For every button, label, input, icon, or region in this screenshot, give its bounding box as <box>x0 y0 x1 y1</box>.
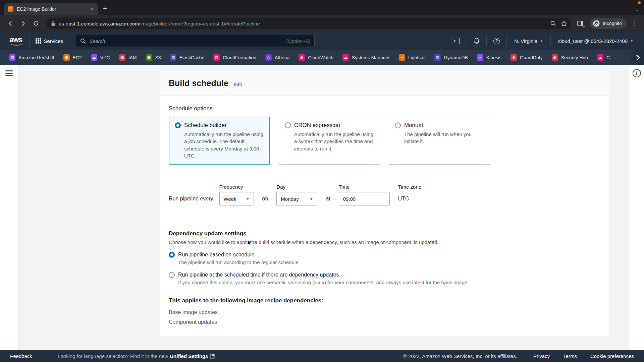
run-pipeline-every-label: Run pipeline every <box>169 192 213 205</box>
favorite-ec2[interactable]: ▣ EC2 <box>63 54 82 61</box>
language-text: Looking for language selection? Find it … <box>58 353 168 359</box>
card-cron-expression[interactable]: CRON expression Automatically run the pi… <box>279 117 380 165</box>
services-grid-icon <box>36 38 41 44</box>
option-description: The pipeline will run according to the r… <box>178 259 600 265</box>
page-title: Build schedule <box>169 78 228 88</box>
favorite-amazon-redshift[interactable]: ▥ Amazon Redshift <box>9 54 54 61</box>
option-run-on-schedule: Run pipeline based on schedule The pipel… <box>169 252 600 265</box>
side-panel-icon[interactable] <box>575 18 586 29</box>
time-input[interactable] <box>339 192 390 205</box>
schedule-options-label: Schedule options <box>169 105 600 112</box>
c-icon: ☁ <box>597 54 603 61</box>
console-search-input[interactable]: Search [Option+S] <box>76 35 315 47</box>
side-nav-collapsed <box>0 65 18 350</box>
tab-close-icon[interactable]: × <box>89 6 95 12</box>
day-value: Monday <box>281 196 299 202</box>
card-description: Automatically run the pipeline using a s… <box>294 131 374 152</box>
search-placeholder: Search <box>89 38 283 44</box>
favorite-dynamodb[interactable]: ▥ DynamoDB <box>434 54 468 61</box>
chevron-right-icon <box>636 55 640 61</box>
frequency-select[interactable]: Week ▼ <box>219 192 254 205</box>
favorites-bar: ▥ Amazon Redshift ▣ EC2 ☁ VPC ▤ IAM ▦ S3… <box>0 50 644 65</box>
url-domain: us-east-1.console.aws.amazon.com <box>59 21 139 26</box>
frequency-value: Week <box>224 196 236 202</box>
favorite-athena[interactable]: ◎ Athena <box>265 54 289 61</box>
radio-run-if-updates[interactable] <box>169 272 175 278</box>
favorite-cloudformation[interactable]: ▧ CloudFormation <box>213 54 256 61</box>
content-area: Build schedule Info Schedule options Sch… <box>0 65 644 350</box>
tab-title: EC2 Image Builder <box>17 6 89 12</box>
card-manual[interactable]: Manual The pipeline will run when you in… <box>389 117 490 165</box>
option-description: If you choose this option, you must use … <box>178 280 600 285</box>
privacy-link[interactable]: Privacy <box>533 353 550 359</box>
incognito-label: Incognito <box>603 21 622 26</box>
aws-logo[interactable]: aws <box>5 36 27 46</box>
radio-cron-expression[interactable] <box>285 122 291 128</box>
recording-dot-icon <box>638 1 641 4</box>
info-panel-icon[interactable]: i <box>633 69 641 77</box>
schedule-option-cards: Schedule builder Automatically run the p… <box>169 117 600 165</box>
browser-menu-icon[interactable]: ⋮ <box>629 20 639 27</box>
favorite-lightsail[interactable]: ● Lightsail <box>399 54 425 61</box>
browser-tab-strip: EC2 Image Builder × + ⌄ <box>0 0 644 15</box>
new-tab-button[interactable]: + <box>103 4 107 13</box>
radio-manual[interactable] <box>395 122 401 128</box>
info-link[interactable]: Info <box>234 81 242 87</box>
card-title: CRON expression <box>294 122 340 129</box>
component-updates-item: Component updates <box>169 319 600 325</box>
favorite-c[interactable]: ☁ C <box>597 54 610 61</box>
terms-link[interactable]: Terms <box>563 353 577 359</box>
zoom-icon[interactable] <box>550 20 556 26</box>
help-button[interactable]: ? <box>489 38 504 44</box>
radio-schedule-builder[interactable] <box>175 122 181 128</box>
forward-button[interactable] <box>17 18 29 29</box>
bell-icon <box>474 38 480 44</box>
favorite-s3[interactable]: ▦ S3 <box>146 54 161 61</box>
chevron-down-icon: ▼ <box>310 197 313 201</box>
bookmark-star-icon[interactable] <box>561 20 567 27</box>
favorite-vpc[interactable]: ☁ VPC <box>91 54 110 61</box>
copyright: © 2022, Amazon Web Services, Inc. or its… <box>403 353 517 359</box>
browser-tab[interactable]: EC2 Image Builder × <box>4 3 98 15</box>
option-label: Run pipeline at the scheduled time if th… <box>178 272 339 278</box>
unified-settings-link[interactable]: Unified Settings <box>170 353 215 359</box>
account-menu[interactable]: cloud_user @ 6543-2820-2400 ▼ <box>553 38 639 44</box>
region-selector[interactable]: N. Virginia ▼ <box>509 38 548 44</box>
favorite-iam[interactable]: ▤ IAM <box>119 54 137 61</box>
favorite-kinesis[interactable]: ≡ Kinesis <box>477 54 501 61</box>
option-label: Run pipeline based on schedule <box>178 252 255 258</box>
notifications-button[interactable] <box>469 38 484 44</box>
cloudshell-button[interactable]: >_ <box>447 38 465 44</box>
services-menu-button[interactable]: Services <box>32 38 67 44</box>
address-bar[interactable]: us-east-1.console.aws.amazon.com/imagebu… <box>46 18 571 29</box>
day-select[interactable]: Monday ▼ <box>276 192 317 205</box>
timezone-value: UTC <box>398 192 421 205</box>
url-path: /imagebuilder/home?region=us-east-1#/cre… <box>139 21 260 26</box>
favorite-security-hub[interactable]: ◉ Security Hub <box>552 54 588 61</box>
base-image-updates-item: Base image updates <box>169 309 600 315</box>
update-dot-icon <box>583 25 585 28</box>
favorites-overflow-button[interactable] <box>629 50 644 65</box>
hamburger-menu-icon[interactable] <box>5 70 13 76</box>
favorite-guardduty[interactable]: ⊕ GuardDuty <box>511 54 543 61</box>
card-schedule-builder[interactable]: Schedule builder Automatically run the p… <box>169 117 270 165</box>
card-description: The pipeline will run when you initiate … <box>404 131 484 145</box>
favorite-cloudwatch[interactable]: ◉ CloudWatch <box>299 54 333 61</box>
external-link-icon <box>210 354 215 359</box>
ec2-image-builder-favicon <box>8 6 13 12</box>
favorite-systems-manager[interactable]: ☁ Systems Manager <box>342 54 390 61</box>
favorite-elasticache[interactable]: ▨ ElastiCache <box>170 54 205 61</box>
chevron-down-icon: ▼ <box>630 39 633 43</box>
back-button[interactable] <box>5 18 16 29</box>
cookie-preferences-link[interactable]: Cookie preferences <box>590 353 634 359</box>
services-label: Services <box>44 38 63 44</box>
feedback-link[interactable]: Feedback <box>10 353 32 359</box>
help-panel-collapsed: i <box>629 65 644 350</box>
cloudwatch-icon: ◉ <box>299 54 305 61</box>
build-schedule-card: Build schedule Info Schedule options Sch… <box>160 70 609 337</box>
reload-button[interactable] <box>30 18 42 29</box>
radio-run-on-schedule[interactable] <box>169 252 175 258</box>
card-description: Automatically run the pipeline using a j… <box>184 131 264 159</box>
console-footer: Feedback Looking for language selection?… <box>0 350 644 362</box>
tabstrip-chevron-icon[interactable]: ⌄ <box>635 7 639 12</box>
